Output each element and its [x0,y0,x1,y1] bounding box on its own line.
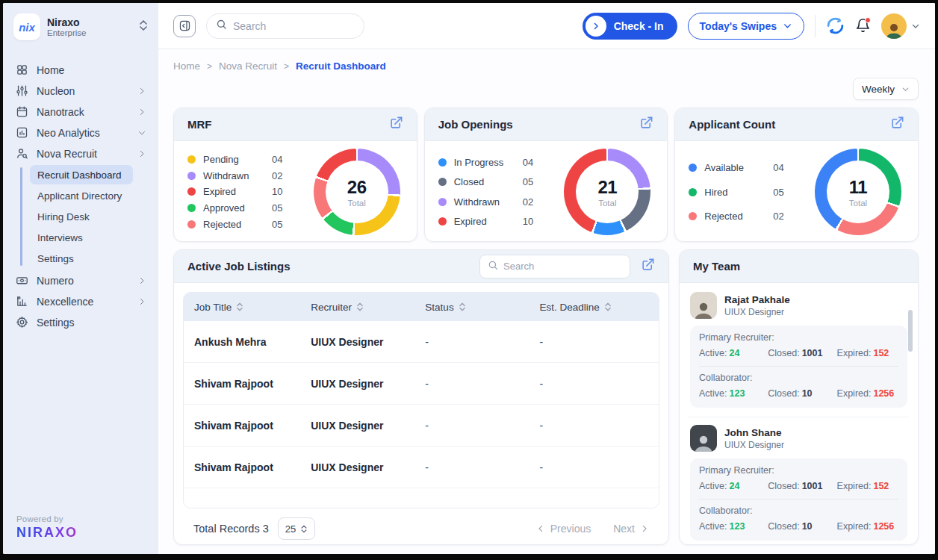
chevron-down-icon [911,22,920,31]
grid-icon [15,63,28,77]
sidebar-item-nexcellence[interactable]: Nexcellence [10,291,151,311]
stat: Closed:1001 [768,348,836,358]
chevron-right-icon [137,297,146,306]
stat: Active:123 [699,388,768,399]
breadcrumb-item[interactable]: Recruit Dashboard [296,60,386,72]
global-search[interactable] [206,13,364,39]
stat: Closed:10 [768,521,836,532]
table-row[interactable]: Shivam Rajpoot UIUX Designer - - [184,447,659,488]
panel-collapse-icon [178,19,191,32]
sidebar-subitem-interviews[interactable]: Interviews [30,228,133,247]
stat: Expired:1256 [837,521,898,532]
sidebar-item-nova-recruit[interactable]: Nova Recruit [10,143,151,164]
jobs-search[interactable] [479,255,630,279]
sidebar-subitem-applicant-directory[interactable]: Applicant Directory [30,186,133,205]
sidebar-item-settings[interactable]: Settings [10,312,151,332]
sidebar-item-numero[interactable]: Numero [10,270,151,290]
user-menu[interactable] [881,13,920,39]
previous-page-button[interactable]: Previous [536,523,591,535]
table-row[interactable]: Shivam Rajpoot UIUX Designer - - [184,363,659,405]
external-link-icon[interactable] [639,116,653,133]
team-member[interactable]: John Shane UIUX Designer Primary Recruit… [689,417,909,544]
table-row[interactable]: Shivam Rajpoot UIUX Designer - - [184,405,659,447]
external-link-icon[interactable] [890,116,904,133]
chevron-down-icon [901,85,910,93]
sidebar-item-home[interactable]: Home [10,60,151,80]
column-header-est-deadline[interactable]: Est. Deadline [540,302,649,313]
legend-item: Pending 04 [187,154,282,165]
legend-item: Rejected 02 [689,211,783,222]
check-in-button[interactable]: Check - In [583,13,677,40]
donut-chart: 26 Total [314,149,400,235]
niraxo-logo: NIRAXO [16,525,145,541]
workspace-switcher-icon[interactable] [139,19,148,34]
card-title: Job Openings [438,118,513,131]
member-role: UIUX Designer [724,440,784,450]
team-member[interactable]: Rajat Pakhale UIUX Designer Primary Recr… [689,284,909,417]
my-team-card: My Team Rajat Pakhale UIUX Designer Prim… [679,249,919,545]
chart-icon [15,295,28,308]
legend-item: Expired 10 [438,216,533,227]
period-select[interactable]: Weekly [853,78,919,100]
breadcrumb-separator: > [207,61,212,72]
breadcrumb-item[interactable]: Home [173,60,200,72]
app-window: nix Niraxo Enterprise Home Nucleon Nanot… [3,3,935,554]
donut-total: 26 [347,177,367,198]
legend-dot [187,220,196,228]
sidebar-subitem-recruit-dashboard[interactable]: Recruit Dashboard [30,165,133,184]
sidebar-subitem-settings[interactable]: Settings [30,249,133,268]
legend-dot [438,178,447,186]
column-header-recruiter[interactable]: Recruiter [311,302,425,313]
member-stats: Primary Recruiter: Active:24Closed:1001E… [690,326,907,408]
next-page-button[interactable]: Next [613,523,649,535]
legend-dot [438,158,447,167]
column-header-job-title[interactable]: Job Title [194,302,311,313]
breadcrumb-item[interactable]: Nova Recruit [219,60,277,72]
page-size-select[interactable]: 25 [278,517,315,540]
sidebar-item-label: Numero [37,275,74,287]
legend-item: Available 04 [689,162,783,173]
legend-item: Rejected 05 [187,219,282,230]
table-row[interactable]: Ankush Mehra UIUX Designer - - [184,321,659,363]
member-name: John Shane [724,426,784,440]
search-input[interactable] [233,20,355,32]
page-content: Home>Nova Recruit>Recruit Dashboard Week… [158,49,935,554]
gear-icon [15,316,28,329]
sidebar-item-label: Nexcellence [37,296,93,308]
card-title: Applicant Count [689,118,775,131]
todays-swipes-dropdown[interactable]: Today's Swipes [688,13,804,40]
stat: Expired:1256 [837,388,898,399]
sort-icon [604,302,612,312]
sync-button[interactable] [826,16,845,35]
member-stats: Primary Recruiter: Active:24Closed:1001E… [690,458,907,541]
stepper-icon [300,524,308,534]
person-search-icon [15,147,28,161]
sort-icon [236,302,243,312]
legend-item: Expired 10 [187,186,282,197]
stats-group-label: Primary Recruiter: [699,465,898,476]
member-role: UIUX Designer [724,307,790,317]
applicant-count-card: Applicant Count Available 04 Hired 05 Re… [674,108,919,242]
notifications-button[interactable] [855,18,871,34]
topbar: Check - In Today's Swipes [158,3,935,49]
mrf-card: MRF Pending 04 Withdrawn 02 Expired 10 [173,108,417,242]
sidebar-item-nanotrack[interactable]: Nanotrack [10,102,151,122]
sync-icon [826,16,845,35]
search-icon [488,260,498,273]
sidebar-subitem-hiring-desk[interactable]: Hiring Desk [30,207,133,226]
sidebar-item-neo-analytics[interactable]: Neo Analytics [10,122,151,143]
external-link-icon[interactable] [641,258,655,275]
legend-dot [187,187,196,196]
sidebar-collapse-button[interactable] [173,15,196,37]
brand-logo: nix [13,13,40,40]
sidebar-item-nucleon[interactable]: Nucleon [10,81,151,101]
sidebar-nav: Home Nucleon Nanotrack Neo Analytics Nov… [10,60,151,333]
legend-item: Withdrawn 02 [187,170,282,181]
column-header-status[interactable]: Status [425,302,539,313]
legend-dot [689,164,697,172]
scrollbar-thumb[interactable] [908,310,913,352]
chevron-right-icon [640,524,649,533]
external-link-icon[interactable] [389,116,403,133]
jobs-search-input[interactable] [503,261,622,272]
stat: Active:24 [699,481,768,491]
